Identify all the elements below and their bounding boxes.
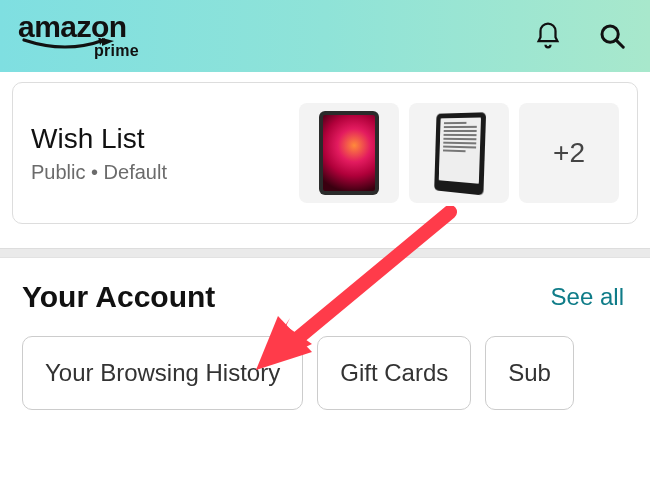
svg-line-2 [616, 40, 623, 47]
chip-gift-cards[interactable]: Gift Cards [317, 336, 471, 410]
header-actions [532, 20, 628, 52]
wishlist-status: Default [104, 161, 167, 183]
chip-subscribe[interactable]: Sub [485, 336, 574, 410]
account-header: Your Account See all [22, 280, 650, 314]
account-title: Your Account [22, 280, 215, 314]
chip-browsing-history[interactable]: Your Browsing History [22, 336, 303, 410]
app-header: amazon prime [0, 0, 650, 72]
amazon-prime-logo[interactable]: amazon prime [18, 13, 139, 60]
wishlist-item-thumb-1[interactable] [299, 103, 399, 203]
notifications-icon[interactable] [532, 20, 564, 52]
dot-separator: • [91, 161, 104, 183]
wishlist-subtitle: Public • Default [31, 161, 285, 184]
wishlist-card[interactable]: Wish List Public • Default [12, 82, 638, 224]
search-icon[interactable] [596, 20, 628, 52]
wishlist-item-thumb-2[interactable] [409, 103, 509, 203]
wishlist-title: Wish List [31, 123, 285, 155]
wishlist-visibility: Public [31, 161, 85, 183]
section-divider [0, 248, 650, 258]
more-count-label: +2 [553, 137, 585, 169]
svg-marker-0 [102, 38, 114, 46]
wishlist-thumbnails: +2 [299, 103, 619, 203]
see-all-link[interactable]: See all [551, 283, 624, 311]
wishlist-more-count[interactable]: +2 [519, 103, 619, 203]
smile-icon [18, 38, 128, 52]
account-chips-row: Your Browsing History Gift Cards Sub [22, 336, 650, 410]
tablet-icon [319, 111, 379, 195]
ereader-icon [434, 112, 486, 195]
wishlist-info: Wish List Public • Default [31, 123, 285, 184]
logo-wordmark: amazon [18, 13, 127, 40]
your-account-section: Your Account See all Your Browsing Histo… [0, 258, 650, 410]
